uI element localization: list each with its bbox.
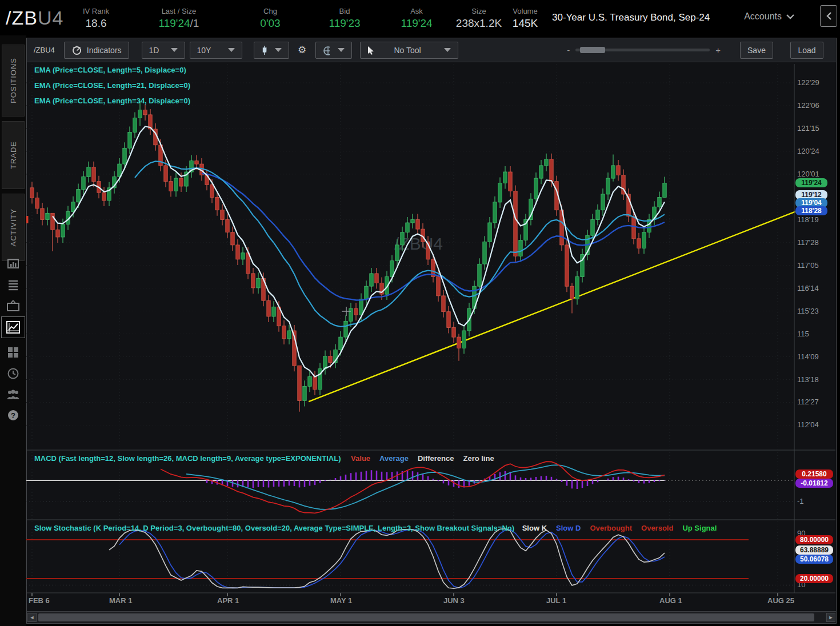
stat-chg: Chg 0'03 xyxy=(233,6,307,30)
price-axis-label: 118'19 xyxy=(797,215,819,224)
cursor-icon xyxy=(367,46,375,55)
list-icon[interactable] xyxy=(5,276,22,294)
zoom-out-button[interactable]: - xyxy=(567,45,570,55)
stoch-legend-slowk: Slow K xyxy=(522,524,547,532)
price-axis-label: 120'01 xyxy=(797,170,819,178)
study-label-ema34[interactable]: EMA (Price=CLOSE, Length=34, Displace=0) xyxy=(34,97,190,105)
left-sidebar: POSITIONS TRADE ACTIVITY ? xyxy=(0,35,26,626)
macd-legend-difference: Difference xyxy=(418,454,454,463)
toolbar-symbol: /ZBU4 xyxy=(34,46,55,54)
zoom-slider-track[interactable] xyxy=(575,49,710,51)
study-label-macd[interactable]: MACD (Fast length=12, Slow length=26, MA… xyxy=(34,454,494,463)
scrollbar-thumb[interactable] xyxy=(38,613,814,621)
zoom-slider-thumb[interactable] xyxy=(580,47,605,53)
study-label-stochastic[interactable]: Slow Stochastic (K Period=14, D Period=3… xyxy=(34,524,717,532)
stat-last-size: Last / Size 119'24/1 xyxy=(125,6,233,30)
scroll-right-arrow[interactable]: ► xyxy=(826,613,835,622)
price-axis-label: 120'24 xyxy=(797,147,819,155)
symbol-title: /ZBU4 xyxy=(0,7,67,29)
range-dropdown[interactable]: 10Y xyxy=(190,42,242,59)
candlestick-chart-icon xyxy=(261,45,267,55)
stoch-legend-upsignal: Up Signal xyxy=(682,524,717,532)
chart-type-dropdown[interactable] xyxy=(254,42,289,59)
stat-iv-rank: IV Rank 18.6 xyxy=(67,6,125,30)
symbol-month: U4 xyxy=(38,7,63,29)
price-axis-label: 117'05 xyxy=(797,261,819,270)
timeframe-dropdown[interactable]: 1D xyxy=(142,42,185,59)
indicators-button[interactable]: Indicators xyxy=(64,42,129,59)
price-axis-label: 121'15 xyxy=(797,124,819,133)
chart-watermark: /ZBU4 xyxy=(394,234,443,254)
quote-header: /ZBU4 IV Rank 18.6 Last / Size 119'24/1 … xyxy=(0,0,840,35)
time-axis-label: MAY 1 xyxy=(330,596,352,605)
caret-down-icon xyxy=(275,48,282,52)
instrument-description: 30-Year U.S. Treasury Bond, Sep-24 xyxy=(552,12,710,23)
stoch-axis-badge: 63.88889 xyxy=(795,545,833,555)
caret-down-icon xyxy=(228,48,235,52)
globe-note-icon xyxy=(323,45,330,55)
community-icon[interactable] xyxy=(5,386,22,403)
chart-toolbar: /ZBU4 Indicators 1D 10Y ⚙ No Tool - + xyxy=(27,38,836,62)
scroll-left-arrow[interactable]: ◄ xyxy=(27,613,37,622)
news-chart-icon[interactable] xyxy=(5,255,22,272)
chevron-left-icon xyxy=(826,12,831,20)
time-axis-label: AUG 25 xyxy=(767,596,794,605)
price-axis-label: 117'28 xyxy=(797,238,819,247)
study-label-ema21[interactable]: EMA (Price=CLOSE, Length=21, Displace=0) xyxy=(34,81,190,90)
load-button[interactable]: Load xyxy=(790,42,823,59)
stat-volume: Volume 145K xyxy=(506,6,544,30)
symbol-root: /ZB xyxy=(6,7,38,29)
caret-down-icon xyxy=(444,48,451,52)
price-axis-label: 122'06 xyxy=(797,101,819,110)
sidebar-tab-activity[interactable]: ACTIVITY xyxy=(2,194,25,261)
studies-gauge-icon xyxy=(71,45,82,55)
sidebar-tab-trade[interactable]: TRADE xyxy=(2,121,25,189)
chart-settings-gear-icon[interactable]: ⚙ xyxy=(294,44,311,56)
macd-axis-badge: -0.01812 xyxy=(795,479,833,488)
tv-icon[interactable] xyxy=(5,297,22,314)
price-axis-label: 114'09 xyxy=(797,352,819,361)
time-axis-label: MAR 1 xyxy=(109,596,132,605)
study-label-ema5[interactable]: EMA (Price=CLOSE, Length=5, Displace=0) xyxy=(34,66,186,74)
stoch-axis-badge: 20.00000 xyxy=(795,574,833,583)
chart-panel: /ZBU4 Indicators 1D 10Y ⚙ No Tool - + xyxy=(26,38,837,624)
stoch-axis-badge: 50.06078 xyxy=(795,555,833,564)
stat-bid: Bid 119'23 xyxy=(307,6,382,30)
stoch-legend-oversold: Oversold xyxy=(641,524,673,532)
time-axis-label: JUL 1 xyxy=(546,596,566,605)
zoom-slider: - + xyxy=(567,45,721,55)
price-axis-label: 113'18 xyxy=(797,375,819,384)
price-axis-label: 116'14 xyxy=(797,284,819,292)
time-axis-label: APR 1 xyxy=(217,596,239,605)
history-icon[interactable] xyxy=(5,365,22,382)
price-axis-label: 115'23 xyxy=(797,307,819,315)
caret-down-icon xyxy=(171,48,178,52)
drawing-set-dropdown[interactable] xyxy=(315,42,352,59)
stoch-legend-slowd: Slow D xyxy=(556,524,581,532)
svg-text:?: ? xyxy=(11,411,15,420)
drawing-tool-dropdown[interactable]: No Tool xyxy=(360,42,458,59)
chart-icon[interactable] xyxy=(1,316,25,338)
price-axis-badge: 119'24 xyxy=(795,178,827,187)
collapse-panel-button[interactable] xyxy=(820,5,837,27)
macd-legend-value: Value xyxy=(351,454,370,463)
chevron-down-icon xyxy=(786,14,794,19)
help-icon[interactable]: ? xyxy=(5,407,22,424)
stoch-axis-badge: 80.00000 xyxy=(795,535,833,544)
caret-down-icon xyxy=(338,48,345,52)
macd-axis-label: -1 xyxy=(797,497,804,505)
time-axis-label: FEB 6 xyxy=(29,596,50,605)
price-axis-label: 115 xyxy=(797,330,809,338)
save-button[interactable]: Save xyxy=(740,42,773,59)
time-axis-label: JUN 3 xyxy=(443,596,465,605)
stat-size: Size 238x1.2K xyxy=(451,6,506,30)
sidebar-tab-positions[interactable]: POSITIONS xyxy=(2,45,25,117)
price-axis-label: 122'29 xyxy=(797,78,819,87)
macd-legend-zeroline: Zero line xyxy=(463,454,494,463)
macd-legend-average: Average xyxy=(379,454,409,463)
accounts-menu[interactable]: Accounts xyxy=(744,11,794,22)
stoch-legend-overbought: Overbought xyxy=(590,524,632,532)
zoom-in-button[interactable]: + xyxy=(715,45,721,55)
chart-scrollbar[interactable]: ◄ ► xyxy=(27,611,836,623)
grid-icon[interactable] xyxy=(5,344,22,361)
